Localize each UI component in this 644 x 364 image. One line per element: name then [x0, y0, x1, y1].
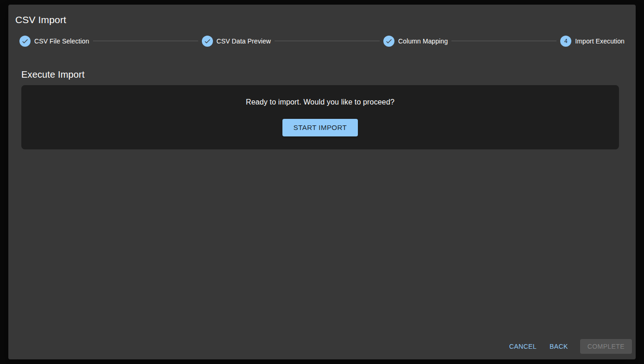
step-connector	[93, 41, 198, 41]
step-connector	[451, 41, 556, 41]
complete-button[interactable]: COMPLETE	[580, 339, 632, 354]
dialog-content: Execute Import Ready to import. Would yo…	[8, 68, 636, 149]
dialog-title: CSV Import	[8, 5, 636, 32]
check-icon	[19, 36, 31, 47]
step-import-execution: 4 Import Execution	[560, 36, 625, 47]
check-icon	[202, 36, 213, 47]
step-label: CSV File Selection	[34, 37, 89, 45]
section-heading: Execute Import	[21, 68, 619, 81]
step-connector	[275, 41, 380, 41]
step-column-mapping: Column Mapping	[383, 36, 448, 47]
stepper: CSV File Selection CSV Data Preview Colu…	[8, 36, 636, 47]
step-label: CSV Data Preview	[217, 37, 271, 45]
check-icon	[383, 36, 394, 47]
dialog-actions: CANCEL BACK COMPLETE	[501, 339, 632, 354]
back-button[interactable]: BACK	[545, 339, 573, 354]
step-number-badge: 4	[560, 36, 571, 47]
step-csv-data-preview: CSV Data Preview	[202, 36, 271, 47]
import-panel: Ready to import. Would you like to proce…	[21, 85, 619, 149]
step-label: Column Mapping	[398, 37, 448, 45]
csv-import-dialog: CSV Import CSV File Selection CSV Data P…	[8, 5, 636, 359]
cancel-button[interactable]: CANCEL	[505, 339, 541, 354]
step-csv-file-selection: CSV File Selection	[19, 36, 89, 47]
start-import-button[interactable]: START IMPORT	[282, 119, 358, 136]
step-number: 4	[564, 38, 568, 44]
step-label: Import Execution	[575, 37, 625, 45]
import-ready-message: Ready to import. Would you like to proce…	[246, 98, 394, 106]
